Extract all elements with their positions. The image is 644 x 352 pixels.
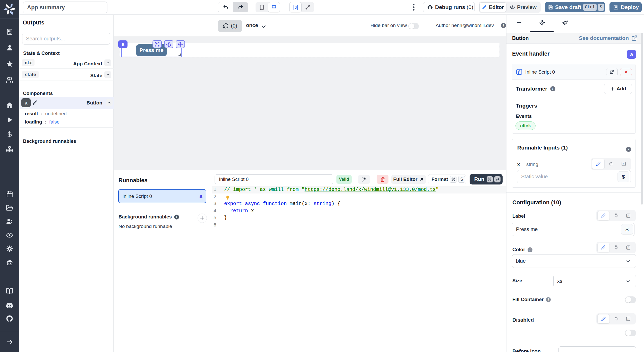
svg-text:f: f xyxy=(518,70,520,74)
svg-text:f: f xyxy=(628,214,629,217)
svg-text:f: f xyxy=(628,246,629,249)
svg-text:f: f xyxy=(623,162,624,165)
svg-text:f: f xyxy=(628,317,629,320)
